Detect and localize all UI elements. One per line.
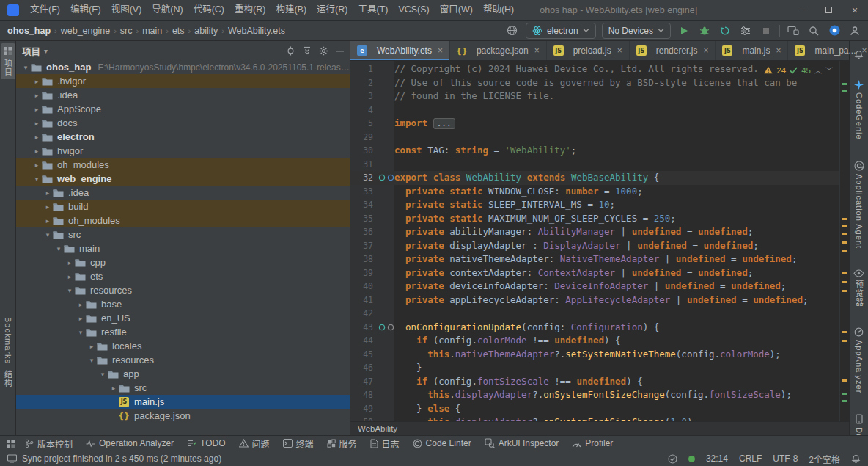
tree-item-src[interactable]: ▾src bbox=[16, 227, 350, 241]
code-line[interactable]: 2// Use of this source code is governed … bbox=[350, 76, 839, 90]
toolwindow-版本控制[interactable]: 版本控制 bbox=[18, 437, 79, 450]
tree-chevron-icon[interactable]: ▸ bbox=[32, 92, 42, 99]
menu-item[interactable]: 构建(B) bbox=[271, 0, 312, 20]
close-tab-icon[interactable]: × bbox=[617, 45, 622, 56]
line-number[interactable]: 37 bbox=[350, 239, 375, 253]
event-log-icon[interactable] bbox=[7, 454, 17, 463]
toolwindow-profiler[interactable]: Profiler bbox=[565, 438, 619, 448]
line-number[interactable]: 34 bbox=[350, 198, 375, 212]
tree-chevron-icon[interactable]: ▸ bbox=[65, 273, 75, 280]
tree-item-build[interactable]: ▸build bbox=[16, 200, 350, 214]
breadcrumb-item[interactable]: ability bbox=[193, 26, 219, 36]
menu-item[interactable]: 编辑(E) bbox=[65, 0, 106, 20]
tree-item-locales[interactable]: ▸locales bbox=[16, 339, 350, 353]
sidebar-item-project[interactable]: 项目 bbox=[1, 43, 15, 79]
chevron-down-icon[interactable]: ▾ bbox=[44, 47, 48, 55]
stop-button[interactable] bbox=[759, 23, 773, 38]
run-config-combo[interactable]: electron bbox=[526, 23, 596, 39]
line-number[interactable]: 36 bbox=[350, 225, 375, 239]
code-line[interactable]: 46 } bbox=[350, 361, 839, 375]
code-line[interactable]: 29 bbox=[350, 131, 839, 145]
line-number[interactable]: 35 bbox=[350, 212, 375, 226]
line-number[interactable]: 1 bbox=[350, 62, 375, 76]
tree-item-base[interactable]: ▸base bbox=[16, 297, 350, 311]
code-line[interactable]: 32export class WebAbility extends WebBas… bbox=[350, 171, 839, 185]
line-number[interactable]: 38 bbox=[350, 252, 375, 266]
tree-item-cpp[interactable]: ▸cpp bbox=[16, 255, 350, 269]
tab-preload.js[interactable]: JSpreload.js× bbox=[547, 41, 630, 60]
line-number[interactable]: 50 bbox=[350, 415, 375, 421]
tree-chevron-icon[interactable]: ▾ bbox=[65, 287, 75, 294]
device-manager-button[interactable] bbox=[786, 23, 801, 38]
sidebar-item-application-agent[interactable]: Application Agent bbox=[853, 158, 866, 252]
code-line[interactable]: 47 if (config.fontSizeScale !== undefine… bbox=[350, 375, 839, 389]
code-line[interactable]: 5import ... bbox=[350, 117, 839, 131]
override-marker-icon[interactable] bbox=[387, 324, 394, 331]
code-line[interactable]: 36 private abilityManager: AbilityManage… bbox=[350, 225, 839, 239]
sync-ok-icon[interactable] bbox=[668, 454, 677, 464]
tree-item-web_engine[interactable]: ▾web_engine bbox=[16, 172, 350, 186]
gear-icon[interactable] bbox=[319, 46, 328, 56]
encoding[interactable]: UTF-8 bbox=[773, 454, 798, 464]
close-tab-icon[interactable]: × bbox=[776, 45, 781, 56]
editor-breadcrumb[interactable]: WebAbility bbox=[350, 421, 849, 435]
line-number[interactable]: 2 bbox=[350, 76, 375, 90]
line-number[interactable]: 29 bbox=[350, 131, 375, 145]
tree-chevron-icon[interactable]: ▾ bbox=[43, 231, 53, 239]
breadcrumb-item[interactable]: ets bbox=[171, 26, 186, 36]
tree-item-oh_modules[interactable]: ▸oh_modules bbox=[16, 158, 350, 172]
tree-item-resources[interactable]: ▾resources bbox=[16, 283, 350, 297]
tree-item-electron[interactable]: ▸electron bbox=[16, 130, 350, 144]
globe-icon[interactable] bbox=[505, 23, 520, 38]
sidebar-item-codegenie[interactable]: CodeGenie bbox=[853, 77, 865, 143]
profile-button[interactable] bbox=[847, 23, 862, 38]
code-line[interactable]: 35 private static MAXIMUM_NUM_OF_SLEEP_C… bbox=[350, 212, 839, 226]
toolwindow-终端[interactable]: 终端 bbox=[276, 437, 320, 450]
prev-issue-icon[interactable]: ︿ bbox=[814, 65, 822, 76]
code-editor[interactable]: 1// Copyright (c) 2024 Huawei Device Co.… bbox=[350, 61, 849, 421]
breadcrumb-item[interactable]: main bbox=[141, 26, 163, 36]
tree-chevron-icon[interactable]: ▾ bbox=[76, 329, 86, 336]
tree-item-oh_modules[interactable]: ▸oh_modules bbox=[16, 214, 350, 227]
tree-chevron-icon[interactable]: ▸ bbox=[76, 315, 86, 322]
close-tab-icon[interactable]: × bbox=[862, 45, 867, 56]
menu-item[interactable]: 代码(C) bbox=[188, 0, 229, 20]
tree-item-main.js[interactable]: JSmain.js bbox=[16, 395, 350, 409]
sidebar-item-预览器[interactable]: 预览器 bbox=[852, 266, 867, 310]
code-line[interactable]: 49 } else { bbox=[350, 402, 839, 416]
line-number[interactable]: 41 bbox=[350, 294, 375, 307]
tree-chevron-icon[interactable]: ▸ bbox=[43, 217, 53, 225]
hide-panel-icon[interactable] bbox=[336, 50, 344, 52]
analysis-widget[interactable]: 24 45 ︿ ﹀ bbox=[760, 63, 837, 77]
code-line[interactable]: 37 private displayAdapter : DisplayAdapt… bbox=[350, 239, 839, 253]
tree-chevron-icon[interactable]: ▾ bbox=[54, 245, 64, 252]
tree-item-resources[interactable]: ▾resources bbox=[16, 353, 350, 367]
line-number[interactable]: 31 bbox=[350, 158, 375, 172]
override-marker-icon[interactable] bbox=[387, 174, 394, 181]
code-line[interactable]: 40 private deviceInfoAdapter: DeviceInfo… bbox=[350, 280, 839, 294]
menu-item[interactable]: 导航(N) bbox=[147, 0, 188, 20]
next-issue-icon[interactable]: ﹀ bbox=[825, 65, 833, 76]
tree-chevron-icon[interactable]: ▸ bbox=[32, 78, 42, 85]
tree-chevron-icon[interactable]: ▸ bbox=[76, 301, 86, 308]
toolwindow-日志[interactable]: 日志 bbox=[364, 437, 406, 450]
tree-item-hvigor[interactable]: ▸hvigor bbox=[16, 144, 350, 158]
tab-renderer.js[interactable]: JSrenderer.js× bbox=[630, 41, 716, 60]
line-number[interactable]: 5 bbox=[350, 117, 375, 131]
line-number[interactable]: 49 bbox=[350, 402, 375, 416]
tree-chevron-icon[interactable]: ▸ bbox=[32, 106, 42, 113]
breadcrumb-item[interactable]: WebAbility.ets bbox=[227, 26, 287, 36]
tuning-button[interactable] bbox=[738, 23, 753, 38]
caret-position[interactable]: 32:14 bbox=[706, 454, 728, 464]
minimize-button[interactable] bbox=[789, 0, 815, 20]
breadcrumb-item[interactable]: src bbox=[119, 26, 134, 36]
breadcrumb-item[interactable]: web_engine bbox=[59, 26, 111, 36]
collapse-all-icon[interactable] bbox=[303, 46, 312, 55]
tree-chevron-icon[interactable]: ▸ bbox=[32, 148, 42, 155]
code-line[interactable]: 43 onConfigurationUpdate(config: Configu… bbox=[350, 321, 839, 335]
tree-item-en_US[interactable]: ▸en_US bbox=[16, 311, 350, 325]
menu-item[interactable]: VCS(S) bbox=[393, 0, 434, 20]
toolwindow-code-linter[interactable]: Code Linter bbox=[406, 438, 478, 448]
tree-chevron-icon[interactable]: ▸ bbox=[32, 134, 42, 141]
menu-item[interactable]: 重构(R) bbox=[229, 0, 271, 20]
